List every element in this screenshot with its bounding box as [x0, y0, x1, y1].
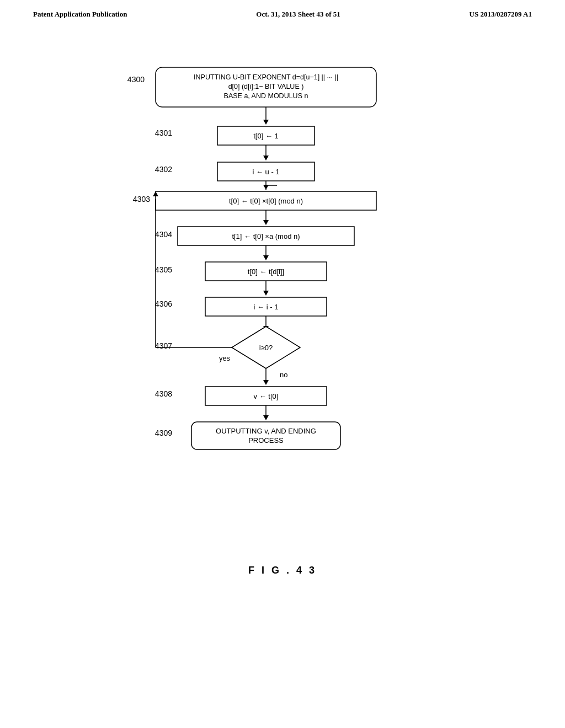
- svg-text:t[0] ← t[d[i]]: t[0] ← t[d[i]]: [248, 267, 284, 276]
- svg-marker-19: [263, 291, 269, 296]
- svg-text:i ← u - 1: i ← u - 1: [252, 168, 279, 176]
- svg-marker-13: [263, 220, 269, 225]
- svg-marker-16: [263, 255, 269, 260]
- svg-text:INPUTTING U-BIT EXPONENT d=d[u: INPUTTING U-BIT EXPONENT d=d[u−1] || ···…: [194, 73, 338, 81]
- label-4302: 4302: [155, 165, 172, 174]
- branch-yes-label: yes: [219, 354, 231, 362]
- label-4307: 4307: [155, 341, 172, 350]
- box-4309: [191, 422, 340, 449]
- label-4304: 4304: [155, 230, 172, 239]
- svg-text:v ← t[0]: v ← t[0]: [254, 392, 279, 400]
- svg-text:BASE a, AND MODULUS n: BASE a, AND MODULUS n: [224, 92, 308, 100]
- diagram-container: 4300 INPUTTING U-BIT EXPONENT d=d[u−1] |…: [0, 41, 565, 548]
- svg-text:t[0] ← 1: t[0] ← 1: [253, 132, 279, 140]
- page-header: Patent Application Publication Oct. 31, …: [0, 0, 565, 24]
- svg-marker-28: [263, 380, 269, 385]
- svg-text:OUTPUTTING v,  AND ENDING: OUTPUTTING v, AND ENDING: [216, 427, 316, 435]
- label-4306: 4306: [155, 299, 172, 308]
- svg-text:i≥0?: i≥0?: [259, 344, 273, 352]
- label-4308: 4308: [155, 389, 172, 398]
- header-center: Oct. 31, 2013 Sheet 43 of 51: [256, 10, 340, 19]
- branch-no-label: no: [280, 371, 287, 379]
- label-4300: 4300: [127, 75, 145, 84]
- label-4301: 4301: [155, 129, 172, 137]
- svg-marker-31: [263, 415, 269, 420]
- figure-caption: F I G . 4 3: [248, 565, 317, 576]
- header-right: US 2013/0287209 A1: [470, 10, 532, 19]
- label-4309: 4309: [155, 429, 172, 437]
- svg-text:i ← i - 1: i ← i - 1: [254, 303, 279, 311]
- figure-caption-container: F I G . 4 3: [0, 565, 565, 576]
- label-4305: 4305: [155, 265, 172, 274]
- svg-text:t[0] ← t[0] ×t[0]  (mod n): t[0] ← t[0] ×t[0] (mod n): [229, 197, 303, 205]
- flowchart-svg: 4300 INPUTTING U-BIT EXPONENT d=d[u−1] |…: [95, 41, 470, 548]
- svg-text:PROCESS: PROCESS: [248, 436, 284, 445]
- svg-marker-10: [263, 185, 269, 190]
- svg-marker-6: [263, 156, 269, 160]
- label-4303: 4303: [133, 195, 150, 204]
- svg-marker-3: [263, 120, 269, 125]
- svg-text:t[1] ← t[0] ×a (mod n): t[1] ← t[0] ×a (mod n): [232, 232, 300, 240]
- svg-text:d[0] (d[i]:1− BIT VALUE ): d[0] (d[i]:1− BIT VALUE ): [228, 83, 304, 90]
- header-left: Patent Application Publication: [33, 10, 127, 19]
